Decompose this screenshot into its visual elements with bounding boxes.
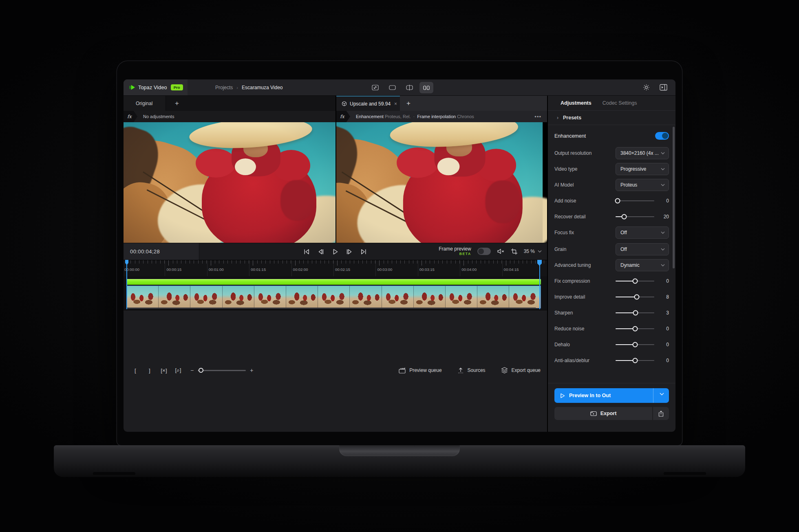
- filmstrip-frame[interactable]: [382, 286, 414, 308]
- filmstrip-frame[interactable]: [477, 286, 509, 308]
- play-icon[interactable]: [330, 247, 340, 257]
- filmstrip-track: [124, 276, 547, 310]
- output-resolution-dropdown[interactable]: 3840×2160 (4x ...: [616, 147, 669, 159]
- anti-alias-deblur-slider[interactable]: [616, 360, 654, 361]
- video-preview-original[interactable]: [124, 122, 335, 243]
- add-noise-slider[interactable]: [616, 200, 654, 202]
- fix-compression-slider-knob[interactable]: [633, 279, 638, 284]
- split-view-icon[interactable]: [402, 82, 416, 93]
- recover-detail-label: Recover detail: [554, 214, 586, 220]
- clear-in-out-icon[interactable]: [×]: [159, 365, 169, 376]
- preview-queue-button[interactable]: Preview queue: [399, 367, 441, 374]
- tab-codec-settings[interactable]: Codec Settings: [603, 100, 637, 106]
- ruler-time-label: 00:01:15: [251, 267, 266, 272]
- playhead-line[interactable]: [539, 260, 540, 309]
- filmstrip-frame[interactable]: [190, 286, 222, 308]
- share-icon[interactable]: [652, 407, 669, 420]
- enhancement-toggle[interactable]: [655, 132, 669, 140]
- more-options-icon[interactable]: •••: [534, 114, 541, 120]
- add-noise-label: Add noise: [554, 198, 576, 204]
- add-noise-slider-knob[interactable]: [615, 198, 620, 204]
- fix-compression-slider[interactable]: [616, 281, 654, 282]
- filmstrip-frame[interactable]: [446, 286, 477, 308]
- ai-model-dropdown[interactable]: Proteus: [616, 179, 669, 191]
- step-forward-icon[interactable]: [344, 247, 354, 257]
- breadcrumb: Projects › Escaramuza Video: [215, 85, 283, 90]
- new-tab-icon-right[interactable]: +: [406, 99, 411, 108]
- chevron-down-icon[interactable]: [660, 393, 664, 396]
- transport-controls: [302, 243, 369, 260]
- sharpen-slider-knob[interactable]: [633, 310, 638, 316]
- filmstrip-frame[interactable]: [350, 286, 382, 308]
- in-point-marker[interactable]: [126, 260, 127, 309]
- tab-upscale[interactable]: Upscale and 59.94 ×: [336, 96, 400, 111]
- filmstrip-frame[interactable]: [414, 286, 446, 308]
- toggle-right-panel-icon[interactable]: [660, 84, 667, 91]
- fit-view-icon[interactable]: [368, 82, 382, 93]
- timeline-ruler[interactable]: 00:00:0000:00:1500:01:0000:01:1500:02:00…: [124, 260, 547, 276]
- ruler-time-label: 00:00:15: [166, 267, 181, 272]
- single-view-icon[interactable]: [385, 82, 399, 93]
- filmstrip-frame[interactable]: [254, 286, 286, 308]
- ruler-time-label: 00:01:00: [209, 267, 224, 272]
- settings-gear-icon[interactable]: [643, 84, 650, 91]
- output-resolution-label: Output resolution: [554, 150, 592, 156]
- timeline-zoom-in-icon[interactable]: +: [250, 367, 253, 374]
- enhancement-header: Enhancement: [554, 132, 669, 140]
- step-back-icon[interactable]: [316, 247, 326, 257]
- recover-detail-slider[interactable]: [616, 216, 654, 218]
- timeline-zoom-slider[interactable]: [198, 370, 246, 371]
- preview-in-to-out-button[interactable]: Preview In to Out: [554, 388, 669, 403]
- filmstrip-frame[interactable]: [286, 286, 318, 308]
- sources-button[interactable]: Sources: [457, 367, 486, 374]
- frame-preview-toggle[interactable]: [477, 248, 491, 255]
- filmstrip-frame[interactable]: [159, 286, 190, 308]
- improve-detail-slider-knob[interactable]: [634, 295, 640, 300]
- reduce-noise-slider[interactable]: [616, 328, 654, 330]
- skip-to-start-icon[interactable]: [302, 247, 311, 257]
- zoom-to-selection-icon[interactable]: [⌕]: [173, 365, 183, 376]
- mute-icon[interactable]: [497, 248, 505, 255]
- breadcrumb-chevron-icon: ›: [236, 85, 238, 90]
- filmstrip[interactable]: [126, 286, 541, 308]
- chevron-right-icon: ›: [557, 115, 558, 121]
- close-tab-icon[interactable]: ×: [394, 101, 397, 107]
- export-button[interactable]: Export: [554, 407, 669, 420]
- set-in-point-icon[interactable]: [: [130, 365, 141, 376]
- viewer-zoom-control[interactable]: 35 %: [524, 248, 542, 254]
- timeline-zoom-out-icon[interactable]: −: [190, 367, 194, 374]
- reduce-noise-slider-knob[interactable]: [632, 326, 638, 332]
- side-by-side-view-icon[interactable]: [419, 82, 433, 93]
- video-type-dropdown[interactable]: Progressive: [616, 163, 669, 175]
- anti-alias-deblur-slider-knob[interactable]: [632, 358, 638, 363]
- dehalo-value: 0: [666, 342, 669, 347]
- timeline-scrollbar[interactable]: [126, 308, 536, 309]
- sharpen-slider[interactable]: [616, 312, 654, 314]
- sidebar-scrollbar[interactable]: [673, 127, 675, 268]
- adjustment-row-sharpen: Sharpen3: [554, 307, 669, 319]
- video-preview-upscaled[interactable]: [336, 122, 547, 243]
- filmstrip-frame[interactable]: [509, 286, 541, 308]
- dehalo-slider-knob[interactable]: [632, 342, 638, 347]
- export-queue-button[interactable]: Export queue: [501, 367, 541, 374]
- skip-to-end-icon[interactable]: [359, 247, 369, 257]
- filmstrip-frame[interactable]: [318, 286, 350, 308]
- filmstrip-frame[interactable]: [223, 286, 254, 308]
- focus-fix-dropdown[interactable]: Off: [616, 226, 669, 239]
- tab-original[interactable]: Original: [124, 96, 166, 111]
- pro-badge: Pro: [171, 84, 183, 90]
- breadcrumb-projects[interactable]: Projects: [215, 85, 233, 90]
- timeline-zoom-knob[interactable]: [199, 368, 203, 373]
- filmstrip-frame[interactable]: [127, 286, 159, 308]
- advanced-tuning-dropdown[interactable]: Dynamic: [616, 259, 669, 271]
- crop-icon[interactable]: [511, 248, 518, 255]
- new-tab-icon-left[interactable]: +: [175, 99, 179, 108]
- set-out-point-icon[interactable]: ]: [144, 365, 155, 376]
- dehalo-slider[interactable]: [616, 344, 654, 345]
- presets-row[interactable]: › Presets: [548, 111, 675, 125]
- sidebar-footer: Preview In to Out Export: [548, 383, 675, 432]
- improve-detail-slider[interactable]: [616, 297, 654, 298]
- grain-dropdown[interactable]: Off: [616, 243, 669, 255]
- tab-adjustments[interactable]: Adjustments: [561, 100, 592, 106]
- recover-detail-slider-knob[interactable]: [621, 214, 627, 220]
